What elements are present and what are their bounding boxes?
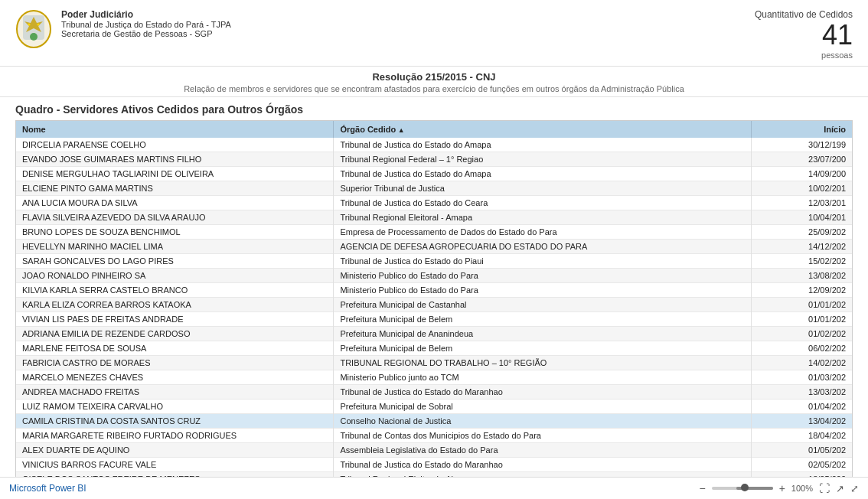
cell-orgao: Prefeitura Municipal de Ananindeua [334,326,752,341]
table-row[interactable]: FABRICIA CASTRO DE MORAESTRIBUNAL REGION… [16,355,852,370]
cell-inicio: 12/09/202 [752,282,852,297]
cell-inicio: 10/02/201 [752,181,852,195]
data-table: Nome Órgão Cedido Início DIRCELIA PARAEN… [16,121,852,499]
quantitativo-label: Quantitativo de Cedidos [755,9,853,20]
table-row[interactable]: HEVELLYN MARINHO MACIEL LIMAAGENCIA DE D… [16,239,852,253]
fullscreen-icon[interactable]: ⤢ [850,483,859,494]
cell-nome: ANA LUCIA MOURA DA SILVA [16,195,334,210]
zoom-plus-button[interactable]: + [779,482,785,494]
cell-inicio: 02/05/202 [752,457,852,471]
cell-inicio: 14/09/200 [752,166,852,181]
cell-orgao: Tribunal Regional Eleitoral - Amapa [334,210,752,224]
cell-inicio: 01/01/202 [752,297,852,311]
header: Poder Judiciário Tribunal de Justiça do … [0,0,868,66]
cell-orgao: Ministerio Publico do Estado do Para [334,268,752,282]
col-orgao[interactable]: Órgão Cedido [334,121,752,138]
cell-nome: LUIZ RAMOM TEIXEIRA CARVALHO [16,399,334,413]
table-row[interactable]: MARLENE FEITOSA DE SOUSAPrefeitura Munic… [16,341,852,355]
svg-point-4 [38,24,40,26]
zoom-slider[interactable] [712,487,773,490]
cell-nome: CAMILA CRISTINA DA COSTA SANTOS CRUZ [16,413,334,428]
cell-nome: HEVELLYN MARINHO MACIEL LIMA [16,239,334,253]
col-inicio[interactable]: Início [752,121,852,138]
table-row[interactable]: SARAH GONCALVES DO LAGO PIRESTribunal de… [16,253,852,268]
table-row[interactable]: DIRCELIA PARAENSE COELHOTribunal de Just… [16,138,852,152]
cell-orgao: TRIBUNAL REGIONAL DO TRABALHO – 10° REGI… [334,355,752,370]
cell-inicio: 12/03/201 [752,195,852,210]
cell-orgao: Prefeitura Municipal de Belem [334,341,752,355]
cell-orgao: Empresa de Processamento de Dados do Est… [334,224,752,239]
expand-icon[interactable]: ⛶ [819,482,830,494]
table-container: Nome Órgão Cedido Início DIRCELIA PARAEN… [15,120,853,499]
cell-nome: SARAH GONCALVES DO LAGO PIRES [16,253,334,268]
cell-inicio: 14/02/202 [752,355,852,370]
svg-point-2 [30,33,38,41]
table-row[interactable]: ELCIENE PINTO GAMA MARTINSSuperior Tribu… [16,181,852,195]
table-row[interactable]: EVANDO JOSE GUIMARAES MARTINS FILHOTribu… [16,152,852,166]
table-row[interactable]: VINICIUS BARROS FACURE VALETribunal de J… [16,457,852,471]
cell-orgao: Prefeitura Municipal de Belem [334,311,752,326]
table-row[interactable]: CAMILA CRISTINA DA COSTA SANTOS CRUZCons… [16,413,852,428]
table-row[interactable]: LUIZ RAMOM TEIXEIRA CARVALHOPrefeitura M… [16,399,852,413]
resolution-section: Resolução 215/2015 - CNJ Relação de memb… [0,66,868,97]
resolution-subtitle: Relação de membros e servidores que se e… [15,84,853,93]
table-row[interactable]: ANDREA MACHADO FREITASTribunal de Justic… [16,384,852,399]
cell-nome: ANDREA MACHADO FREITAS [16,384,334,399]
powerbi-link[interactable]: Microsoft Power BI [9,483,86,494]
table-row[interactable]: KILVIA KARLA SERRA CASTELO BRANCOMiniste… [16,282,852,297]
table-row[interactable]: ALEX DUARTE DE AQUINOAssembleia Legislat… [16,442,852,457]
table-row[interactable]: BRUNO LOPES DE SOUZA BENCHIMOLEmpresa de… [16,224,852,239]
table-row[interactable]: MARIA MARGARETE RIBEIRO FURTADO RODRIGUE… [16,428,852,442]
zoom-minus-button[interactable]: − [699,482,705,494]
cell-nome: MARIA MARGARETE RIBEIRO FURTADO RODRIGUE… [16,428,334,442]
share-icon[interactable]: ↗ [836,483,844,494]
cell-nome: FLAVIA SILVEIRA AZEVEDO DA SILVA ARAUJO [16,210,334,224]
cell-orgao: Tribunal de Justica do Estado do Ceara [334,195,752,210]
table-row[interactable]: MARCELO MENEZES CHAVESMinisterio Publico… [16,370,852,384]
table-row[interactable]: JOAO RONALDO PINHEIRO SAMinisterio Publi… [16,268,852,282]
cell-inicio: 01/02/202 [752,326,852,341]
cell-nome: BRUNO LOPES DE SOUZA BENCHIMOL [16,224,334,239]
cell-nome: ADRIANA EMILIA DE REZENDE CARDOSO [16,326,334,341]
cell-nome: KILVIA KARLA SERRA CASTELO BRANCO [16,282,334,297]
org-header-text: Poder Judiciário Tribunal de Justiça do … [61,9,231,38]
cell-nome: ALEX DUARTE DE AQUINO [16,442,334,457]
big-number: 41 [755,20,853,51]
cell-orgao: Superior Tribunal de Justica [334,181,752,195]
cell-inicio: 25/09/202 [752,224,852,239]
cell-nome: MARCELO MENEZES CHAVES [16,370,334,384]
cell-orgao: Tribunal de Justica do Estado do Amapa [334,138,752,152]
cell-nome: VINICIUS BARROS FACURE VALE [16,457,334,471]
table-row[interactable]: FLAVIA SILVEIRA AZEVEDO DA SILVA ARAUJOT… [16,210,852,224]
coat-of-arms-icon [15,9,52,49]
cell-orgao: Tribunal de Justica do Estado do Maranha… [334,457,752,471]
footer-left: Microsoft Power BI [9,483,86,494]
cell-nome: JOAO RONALDO PINHEIRO SA [16,268,334,282]
cell-orgao: Ministerio Publico do Estado do Para [334,282,752,297]
table-row[interactable]: ADRIANA EMILIA DE REZENDE CARDOSOPrefeit… [16,326,852,341]
table-row[interactable]: ANA LUCIA MOURA DA SILVATribunal de Just… [16,195,852,210]
cell-inicio: 13/03/202 [752,384,852,399]
pessoas-label: pessoas [755,51,853,60]
col-nome[interactable]: Nome [16,121,334,138]
org-line3: Secretaria de Gestão de Pessoas - SGP [61,29,231,38]
cell-inicio: 01/01/202 [752,311,852,326]
table-body: DIRCELIA PARAENSE COELHOTribunal de Just… [16,138,852,499]
cell-nome: EVANDO JOSE GUIMARAES MARTINS FILHO [16,152,334,166]
table-row[interactable]: VIVIAN LIS PAES DE FREITAS ANDRADEPrefei… [16,311,852,326]
footer-right: − + 100% ⛶ ↗ ⤢ [699,482,859,494]
cell-orgao: AGENCIA DE DEFESA AGROPECUARIA DO ESTADO… [334,239,752,253]
cell-orgao: Tribunal de Justica do Estado do Amapa [334,166,752,181]
table-row[interactable]: DENISE MERGULHAO TAGLIARINI DE OLIVEIRAT… [16,166,852,181]
table-row[interactable]: KARLA ELIZA CORREA BARROS KATAOKAPrefeit… [16,297,852,311]
cell-inicio: 23/07/200 [752,152,852,166]
cell-inicio: 30/12/199 [752,138,852,152]
zoom-percent-label: 100% [791,484,813,493]
org-line2: Tribunal de Justiça do Estado do Pará - … [61,20,231,29]
cell-orgao: Tribunal de Contas dos Municipios do Est… [334,428,752,442]
zoom-slider-thumb [741,484,749,491]
section-title: Quadro - Servidores Ativos Cedidos para … [15,103,853,116]
cell-orgao: Prefeitura Municipal de Castanhal [334,297,752,311]
cell-inicio: 13/04/202 [752,413,852,428]
header-row: Nome Órgão Cedido Início [16,121,852,138]
